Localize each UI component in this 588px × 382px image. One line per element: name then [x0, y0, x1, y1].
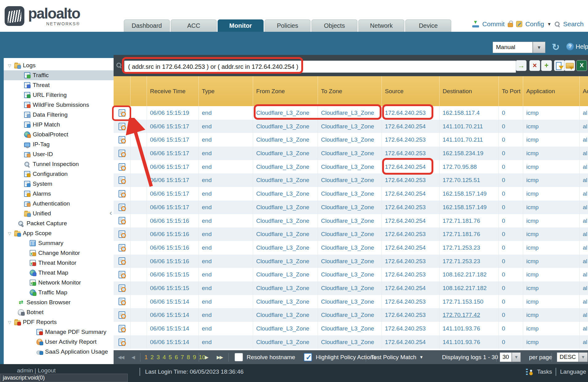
page-number-2[interactable]: 2	[151, 354, 154, 361]
sidebar-item-threat[interactable]: Threat	[4, 80, 114, 90]
add-filter-button[interactable]: +	[541, 60, 552, 71]
load-filter-button[interactable]	[564, 60, 575, 71]
tab-acc[interactable]: ACC	[171, 19, 217, 32]
expander-icon[interactable]: ▽	[8, 231, 14, 236]
page-number-1[interactable]: 1	[144, 354, 148, 361]
log-detail-icon[interactable]	[119, 338, 125, 346]
sidebar-item-wildfire-submissions[interactable]: WildFire Submissions	[4, 100, 114, 110]
column-header-detail[interactable]	[114, 76, 131, 106]
page-number-9[interactable]: 9	[193, 354, 196, 361]
sidebar-item-summary[interactable]: Summary	[4, 238, 114, 248]
column-header-receive_time[interactable]: Receive Time	[147, 76, 199, 106]
sidebar-item-app-scope[interactable]: ▽App Scope	[4, 228, 114, 238]
column-header-source[interactable]: Source	[382, 76, 440, 106]
sidebar-item-ip-tag[interactable]: IP-Tag	[4, 139, 114, 149]
tab-monitor[interactable]: Monitor	[218, 19, 264, 32]
sidebar-item-change-monitor[interactable]: Change Monitor	[4, 248, 114, 258]
search-link[interactable]: Search	[563, 20, 584, 28]
page-number-10[interactable]: 10	[199, 354, 205, 361]
sidebar-item-manage-pdf-summary[interactable]: Manage PDF Summary	[4, 327, 114, 337]
sort-order-caret[interactable]: ▼	[579, 352, 588, 362]
column-header-type[interactable]: Type	[199, 76, 253, 106]
column-header-application[interactable]: Application	[523, 76, 580, 106]
column-header-from_zone[interactable]: From Zone	[253, 76, 318, 106]
highlight-policy-actions-checkbox[interactable]	[304, 353, 312, 361]
clear-filter-button[interactable]: ×	[529, 60, 540, 71]
sidebar-item-threat-map[interactable]: Threat Map	[4, 268, 114, 278]
refresh-icon[interactable]: ↻	[552, 42, 560, 52]
log-detail-icon[interactable]	[119, 257, 125, 265]
sidebar-item-session-browser[interactable]: ⇄Session Browser	[4, 297, 114, 307]
log-detail-icon[interactable]	[119, 109, 125, 117]
sort-order-select[interactable]: DESC	[557, 352, 579, 362]
sidebar-item-network-monitor[interactable]: Network Monitor	[4, 278, 114, 288]
sidebar-collapse-grip[interactable]: ‹	[110, 209, 112, 217]
sidebar-item-traffic[interactable]: Traffic	[4, 70, 114, 80]
sidebar-item-traffic-map[interactable]: Traffic Map	[4, 288, 114, 297]
tab-device[interactable]: Device	[405, 19, 451, 32]
sidebar-item-logs[interactable]: ▽Logs	[4, 60, 114, 70]
column-header-to_port[interactable]: To Port	[499, 76, 523, 106]
apply-filter-button[interactable]: →	[516, 60, 527, 71]
export-csv-button[interactable]: X	[576, 60, 587, 71]
log-detail-icon[interactable]	[119, 284, 125, 292]
sidebar-item-configuration[interactable]: Configuration	[4, 169, 114, 179]
sidebar-item-packet-capture[interactable]: Packet Capture	[4, 218, 114, 228]
tab-network[interactable]: Network	[358, 19, 404, 32]
column-header-action[interactable]: Ac	[580, 76, 588, 106]
per-page-caret[interactable]: ▼	[512, 352, 521, 362]
tasks-link[interactable]: Tasks	[537, 368, 552, 375]
config-link[interactable]: Config	[525, 20, 544, 28]
prev-page-button[interactable]: ◀	[131, 355, 135, 360]
tab-dashboard[interactable]: Dashboard	[124, 19, 170, 32]
sidebar-item-authentication[interactable]: Authentication	[4, 199, 114, 209]
destination-link[interactable]: 172.70.177.42	[443, 312, 480, 318]
sidebar-item-system[interactable]: System	[4, 179, 114, 189]
sidebar-item-globalprotect[interactable]: GlobalProtect	[4, 130, 114, 139]
log-detail-icon[interactable]	[119, 123, 125, 130]
sidebar-item-data-filtering[interactable]: Data Filtering	[4, 110, 114, 120]
page-number-6[interactable]: 6	[175, 354, 178, 361]
log-detail-icon[interactable]	[119, 217, 125, 224]
log-detail-icon[interactable]	[119, 176, 125, 184]
sidebar-item-url-filtering[interactable]: URL Filtering	[4, 90, 114, 100]
lock-icon[interactable]	[508, 23, 513, 27]
log-detail-icon[interactable]	[119, 136, 125, 143]
log-detail-icon[interactable]	[119, 311, 125, 319]
sidebar-item-hip-match[interactable]: HIP Match	[4, 120, 114, 130]
column-header-to_zone[interactable]: To Zone	[318, 76, 382, 106]
page-number-8[interactable]: 8	[187, 354, 190, 361]
sidebar-item-alarms[interactable]: Alarms	[4, 189, 114, 199]
help-link[interactable]: ? Help	[566, 43, 588, 50]
expander-icon[interactable]: ▽	[8, 63, 14, 68]
log-detail-icon[interactable]	[119, 244, 125, 251]
sidebar-item-pdf-reports[interactable]: ▽PDF Reports	[4, 317, 114, 327]
column-header-destination[interactable]: Destination	[440, 76, 499, 106]
last-page-button[interactable]: ▶▶	[217, 355, 223, 360]
commit-link[interactable]: Commit	[482, 20, 505, 28]
sidebar-item-user-activity-report[interactable]: User Activity Report	[4, 337, 114, 347]
resolve-hostname-checkbox[interactable]	[235, 353, 243, 361]
sidebar-item-threat-monitor[interactable]: Threat Monitor	[4, 258, 114, 268]
tab-policies[interactable]: Policies	[265, 19, 311, 32]
page-number-4[interactable]: 4	[163, 354, 166, 361]
sidebar-item-unified[interactable]: Unified	[4, 209, 114, 218]
config-caret-icon[interactable]: ▼	[547, 22, 552, 27]
language-link[interactable]: Language	[560, 368, 586, 375]
log-detail-icon[interactable]	[119, 271, 125, 278]
sidebar-item-tunnel-inspection[interactable]: Tunnel Inspection	[4, 159, 114, 169]
sidebar-item-saas-application-usage[interactable]: SaaS Application Usage	[4, 347, 114, 357]
column-header-flag[interactable]	[131, 76, 147, 106]
filter-builder-button[interactable]	[554, 60, 565, 71]
log-detail-icon[interactable]	[119, 163, 125, 171]
page-number-7[interactable]: 7	[181, 354, 184, 361]
log-detail-icon[interactable]	[119, 325, 125, 332]
log-filter-input[interactable]	[124, 60, 516, 73]
tab-objects[interactable]: Objects	[311, 19, 357, 32]
log-detail-icon[interactable]	[119, 230, 125, 238]
sidebar-item-botnet[interactable]: Botnet	[4, 307, 114, 317]
next-page-button[interactable]: ▶	[205, 355, 208, 360]
sidebar-item-user-id[interactable]: User-ID	[4, 149, 114, 159]
test-policy-match-menu[interactable]: Test Policy Match ▼	[371, 350, 423, 364]
refresh-interval-select[interactable]: Manual	[493, 42, 533, 53]
